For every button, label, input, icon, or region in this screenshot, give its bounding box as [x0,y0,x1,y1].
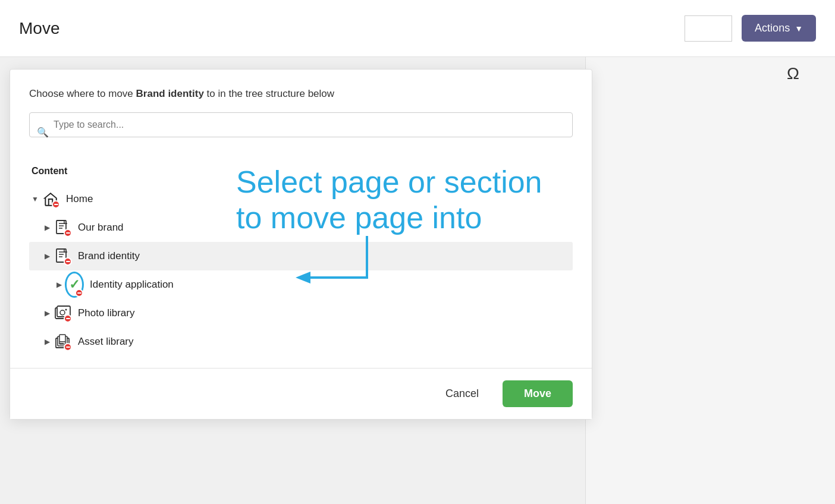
home-label: Home [66,193,93,205]
tree-item-photo-library[interactable]: Photo library [29,299,573,327]
actions-button[interactable]: Actions ▼ [742,15,816,42]
page-icon-our-brand [53,218,72,237]
tree-list: Home Our brand [29,185,573,356]
identity-application-label: Identity application [90,279,174,291]
modal-body: Choose where to move Brand identity to i… [10,70,592,368]
expand-photo-library-icon[interactable] [41,309,53,317]
actions-label: Actions [755,22,790,34]
omega-symbol: Ω [787,64,799,83]
expand-our-brand-icon[interactable] [41,223,53,232]
asset-library-icon [53,332,72,351]
move-instruction: Choose where to move Brand identity to i… [29,86,573,102]
tree-item-our-brand[interactable]: Our brand [29,213,573,242]
tree-item-asset-library[interactable]: Asset library [29,327,573,356]
search-input[interactable] [29,112,573,137]
svg-rect-8 [59,335,65,344]
photo-library-red-badge [64,314,72,323]
home-icon [41,190,60,209]
instruction-suffix: to in the tree structure below [204,88,334,99]
expand-home-icon[interactable] [29,195,41,203]
expand-asset-library-icon[interactable] [41,338,53,346]
chevron-down-icon: ▼ [795,24,803,33]
header-input-box[interactable] [685,15,732,42]
identity-application-red-badge [75,289,83,297]
header-bar: Move Actions ▼ [0,0,835,57]
brand-identity-label: Brand identity [78,250,140,262]
our-brand-label: Our brand [78,222,124,234]
page-icon-brand-identity [53,247,72,266]
cancel-button[interactable]: Cancel [436,382,488,406]
photo-library-label: Photo library [78,307,134,319]
check-circle-icon: ✓ [65,275,84,294]
brand-identity-red-badge [64,257,72,266]
our-brand-red-badge [64,229,72,237]
tree-item-identity-application[interactable]: ✓ Identity application [29,270,573,299]
expand-identity-application-icon[interactable] [53,281,65,289]
asset-library-red-badge [64,343,72,351]
expand-brand-identity-icon[interactable] [41,252,53,260]
photo-library-icon [53,304,72,323]
move-button[interactable]: Move [503,380,573,407]
instruction-bold: Brand identity [136,88,204,99]
search-icon: 🔍 [37,126,49,137]
search-wrapper: 🔍 [29,112,573,152]
modal-footer: Cancel Move [10,368,592,419]
tree-item-brand-identity[interactable]: Brand identity [29,242,573,270]
tree-item-home[interactable]: Home [29,185,573,213]
svg-point-5 [65,308,67,310]
content-label: Content [29,166,573,177]
instruction-prefix: Choose where to move [29,88,136,99]
move-dialog: Choose where to move Brand identity to i… [10,69,592,420]
asset-library-label: Asset library [78,336,134,348]
page-title: Move [19,19,685,38]
home-red-badge [52,200,60,209]
